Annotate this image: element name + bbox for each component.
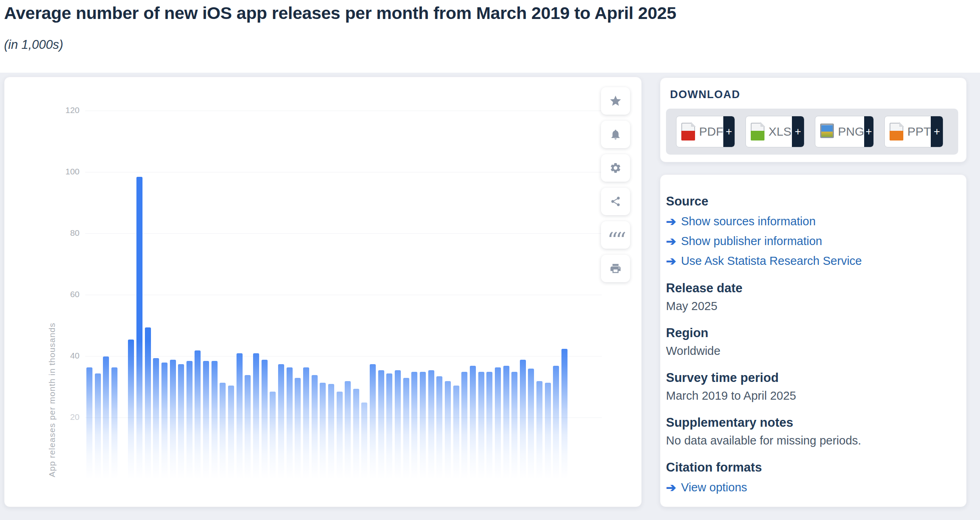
link-label: Show publisher information xyxy=(681,235,822,248)
survey-time-period-value: March 2019 to April 2025 xyxy=(666,389,954,403)
view-citation-options-link[interactable]: ➔ View options xyxy=(666,480,954,495)
arrow-icon: ➔ xyxy=(666,254,676,268)
xls-file-icon xyxy=(751,123,764,140)
bar[interactable] xyxy=(153,358,159,479)
bar[interactable] xyxy=(203,361,209,479)
star-icon xyxy=(609,94,622,107)
download-heading: DOWNLOAD xyxy=(670,88,740,101)
bar[interactable] xyxy=(337,392,343,479)
bar[interactable] xyxy=(470,366,476,479)
bar[interactable] xyxy=(136,177,142,479)
bar[interactable] xyxy=(453,386,459,479)
bar[interactable] xyxy=(553,366,559,479)
bar[interactable] xyxy=(545,383,551,479)
bar[interactable] xyxy=(503,366,509,479)
bar[interactable] xyxy=(370,364,376,479)
bar[interactable] xyxy=(145,327,151,479)
bar[interactable] xyxy=(253,353,259,479)
bar[interactable] xyxy=(278,364,284,479)
add-xls-button[interactable]: + xyxy=(792,116,804,147)
share-icon xyxy=(610,196,621,207)
bar[interactable] xyxy=(361,403,367,479)
bar[interactable] xyxy=(270,392,276,479)
bar[interactable] xyxy=(378,370,384,479)
bar[interactable] xyxy=(195,350,201,479)
supplementary-notes-heading: Supplementary notes xyxy=(666,415,954,430)
share-button[interactable] xyxy=(601,188,630,215)
bar[interactable] xyxy=(262,360,268,479)
y-tick-label: 40 xyxy=(53,351,80,361)
bar[interactable] xyxy=(161,363,168,479)
download-card: DOWNLOAD PDF + XLS + PNG xyxy=(660,78,967,162)
show-publisher-information-link[interactable]: ➔ Show publisher information xyxy=(666,234,954,248)
bar[interactable] xyxy=(303,367,309,479)
y-tick-label: 80 xyxy=(53,228,80,238)
release-date-value: May 2025 xyxy=(666,300,954,313)
bar[interactable] xyxy=(353,389,359,479)
bar[interactable] xyxy=(428,370,434,479)
bar[interactable] xyxy=(495,367,501,479)
release-date-heading: Release date xyxy=(666,281,954,296)
arrow-icon: ➔ xyxy=(666,214,676,229)
bell-icon xyxy=(609,128,622,140)
bar[interactable] xyxy=(395,370,401,479)
bar[interactable] xyxy=(103,356,109,479)
download-ppt-button[interactable]: PPT + xyxy=(884,116,943,147)
bar[interactable] xyxy=(528,369,534,479)
bar[interactable] xyxy=(386,373,392,479)
bar[interactable] xyxy=(486,372,492,479)
cite-button[interactable]: ““ xyxy=(601,221,630,249)
bar[interactable] xyxy=(436,376,442,479)
page-subtitle: (in 1,000s) xyxy=(4,38,63,52)
download-pdf-button[interactable]: PDF + xyxy=(676,116,735,147)
add-png-button[interactable]: + xyxy=(864,116,873,147)
bar[interactable] xyxy=(520,360,526,479)
bar[interactable] xyxy=(320,383,326,479)
bar[interactable] xyxy=(211,361,218,479)
ask-statista-research-service-link[interactable]: ➔ Use Ask Statista Research Service xyxy=(666,254,954,268)
bar[interactable] xyxy=(536,381,542,479)
bar[interactable] xyxy=(86,367,92,479)
bar[interactable] xyxy=(312,375,318,479)
show-sources-information-link[interactable]: ➔ Show sources information xyxy=(666,214,954,229)
bar[interactable] xyxy=(170,360,176,479)
download-xls-button[interactable]: XLS + xyxy=(745,116,804,147)
bar[interactable] xyxy=(287,367,293,479)
download-png-button[interactable]: PNG + xyxy=(815,116,874,147)
favorite-button[interactable] xyxy=(601,87,630,115)
bar[interactable] xyxy=(420,372,426,479)
bar[interactable] xyxy=(478,372,484,479)
bar[interactable] xyxy=(178,364,184,479)
bar[interactable] xyxy=(561,349,567,479)
bar[interactable] xyxy=(295,378,301,479)
statistic-info-card: Source ➔ Show sources information ➔ Show… xyxy=(660,174,967,507)
bar-plot-area xyxy=(81,111,598,479)
bar[interactable] xyxy=(328,384,334,479)
y-tick-label: 100 xyxy=(53,167,80,176)
bar[interactable] xyxy=(345,381,351,479)
bar[interactable] xyxy=(411,372,417,479)
add-ppt-button[interactable]: + xyxy=(931,116,943,147)
alerts-button[interactable] xyxy=(601,121,630,148)
bar[interactable] xyxy=(461,372,467,479)
statista-statistic-page: Average number of new iOS app releases p… xyxy=(0,0,980,520)
settings-button[interactable] xyxy=(601,154,630,182)
bar[interactable] xyxy=(245,375,251,479)
bar[interactable] xyxy=(111,367,117,479)
bar[interactable] xyxy=(403,378,409,479)
bar[interactable] xyxy=(128,340,134,479)
bar[interactable] xyxy=(186,361,193,479)
ppt-file-icon xyxy=(890,123,903,140)
bar[interactable] xyxy=(228,386,234,479)
bar[interactable] xyxy=(445,381,451,479)
y-axis-title: App releases per month in thousands xyxy=(47,293,57,507)
add-pdf-button[interactable]: + xyxy=(723,116,735,147)
bar[interactable] xyxy=(511,372,517,479)
bar[interactable] xyxy=(220,383,226,479)
print-button[interactable] xyxy=(601,255,630,282)
bar[interactable] xyxy=(95,373,101,479)
region-heading: Region xyxy=(666,326,954,340)
arrow-icon: ➔ xyxy=(666,480,676,495)
bar[interactable] xyxy=(237,353,243,479)
source-heading: Source xyxy=(666,194,954,209)
